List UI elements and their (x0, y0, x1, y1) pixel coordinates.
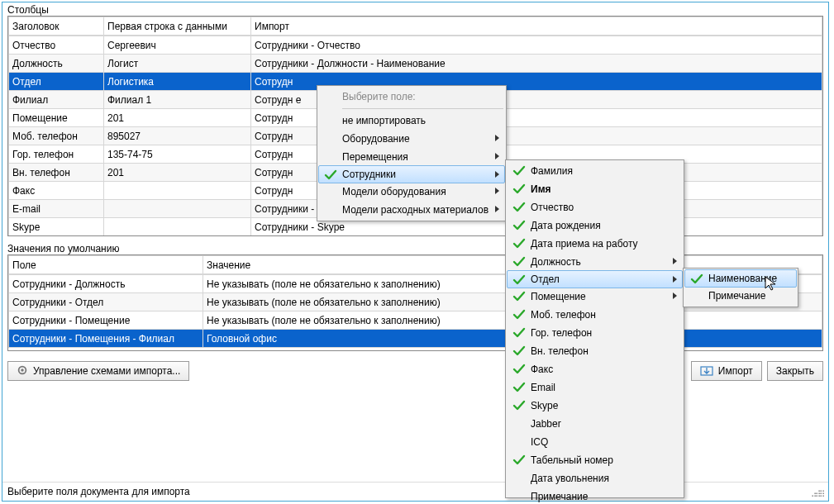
menu-item[interactable]: Имя (508, 180, 682, 198)
footer-buttons: Управление схемами импорта... Импорт Зак… (2, 356, 828, 383)
table-cell[interactable]: Филиал 1 (104, 91, 251, 109)
check-icon (512, 164, 526, 178)
table-cell[interactable]: 895027 (104, 127, 251, 145)
manage-schemes-label: Управление схемами импорта... (33, 365, 180, 377)
svg-point-1 (21, 368, 24, 372)
menu-item-label: Гор. телефон (531, 327, 592, 339)
menu-item-label: Дата увольнения (531, 473, 609, 484)
menu-item-label: Помещение (531, 291, 586, 302)
col-header-title[interactable]: Заголовок (9, 17, 104, 36)
table-cell[interactable]: Факс (9, 182, 104, 200)
table-cell[interactable]: Отчество (9, 36, 104, 55)
menu-item[interactable]: ICQ (508, 433, 682, 451)
menu-item[interactable]: Дата увольнения (508, 469, 682, 487)
menu-item[interactable]: Должность (508, 253, 682, 271)
table-cell[interactable]: Сотрудники - Должности - Наименование (251, 55, 822, 73)
menu-item-label: Модели оборудования (342, 186, 446, 197)
import-button[interactable]: Импорт (691, 361, 762, 381)
table-row[interactable]: Сотрудники - ПомещениеНе указывать (поле… (9, 311, 822, 330)
table-cell[interactable]: Skype (9, 218, 104, 236)
table-cell[interactable]: E-mail (9, 200, 104, 218)
chevron-right-icon (495, 135, 499, 141)
menu-item[interactable]: Гор. телефон (508, 324, 682, 342)
menu-item[interactable]: Модели расходных материалов (319, 201, 504, 219)
table-cell[interactable]: Помещение (9, 109, 104, 127)
menu-item-label: Перемещения (342, 151, 408, 163)
table-cell[interactable] (104, 182, 251, 200)
menu-item[interactable]: Email (508, 378, 682, 397)
menu-item-label: Дата приема на работу (531, 238, 638, 250)
table-cell[interactable]: Сотрудники - Отчество (251, 36, 822, 55)
context-submenu-department[interactable]: НаименованиеПримечание (683, 268, 798, 307)
context-submenu-employees[interactable]: ФамилияИмяОтчествоДата рожденияДата прие… (505, 159, 684, 498)
menu-item[interactable]: Табельный номер (508, 451, 682, 469)
table-cell[interactable]: Логист (104, 55, 251, 73)
col-header-import[interactable]: Импорт (251, 17, 822, 36)
chevron-right-icon (495, 153, 499, 159)
table-row[interactable]: ОтчествоСергеевичСотрудники - Отчество (9, 36, 822, 55)
table-cell[interactable]: Должность (9, 55, 104, 73)
menu-item[interactable]: Отдел (507, 270, 683, 288)
menu-item[interactable]: Модели оборудования (319, 183, 504, 201)
columns-header-row[interactable]: Заголовок Первая строка с данными Импорт (9, 17, 822, 36)
check-icon (690, 273, 703, 286)
menu-item[interactable]: Jabber (508, 415, 682, 433)
check-icon (512, 255, 526, 269)
chevron-right-icon (673, 292, 677, 299)
menu-item-label: Моб. телефон (531, 309, 596, 321)
table-cell[interactable]: Сотрудники - Должность (9, 275, 203, 293)
table-row[interactable]: Сотрудники - Помещения - ФилиалГоловной … (9, 330, 822, 348)
table-cell[interactable]: Гор. телефон (9, 145, 104, 164)
table-cell[interactable]: Филиал (9, 91, 104, 109)
table-row[interactable]: ДолжностьЛогистСотрудники - Должности - … (9, 55, 822, 73)
resize-grip-icon[interactable]: ⣠⣴⣶ (811, 487, 823, 497)
menu-item-label: ICQ (531, 436, 548, 448)
menu-item-label: Сотрудники (342, 169, 396, 180)
menu-item[interactable]: Сотрудники (318, 165, 505, 183)
menu-item[interactable]: Оборудование (319, 130, 504, 148)
table-cell[interactable]: 201 (104, 164, 251, 182)
table-cell[interactable]: Сотрудники - Помещение (9, 311, 203, 330)
status-text: Выберите поля документа для импорта (7, 486, 190, 497)
table-cell[interactable]: Моб. телефон (9, 127, 104, 145)
menu-item-label: Оборудование (342, 133, 410, 145)
check-icon (324, 169, 337, 182)
check-icon (512, 326, 526, 340)
menu-item[interactable]: Факс (508, 360, 682, 378)
table-cell[interactable]: Сергеевич (104, 36, 251, 55)
defaults-section-label: Значения по умолчанию (2, 241, 828, 254)
menu-item[interactable]: не импортировать (319, 112, 504, 130)
chevron-right-icon (673, 276, 677, 283)
check-icon (512, 345, 526, 358)
check-icon (512, 237, 526, 250)
table-cell[interactable]: 135-74-75 (104, 145, 251, 164)
chevron-right-icon (495, 206, 499, 212)
menu-item[interactable]: Примечание (508, 487, 682, 504)
table-cell[interactable] (104, 200, 251, 218)
menu-item[interactable]: Моб. телефон (508, 306, 682, 324)
table-cell[interactable]: Сотрудники - Помещения - Филиал (9, 330, 203, 348)
menu-item[interactable]: Skype (508, 397, 682, 415)
check-icon (512, 201, 526, 214)
menu-item[interactable]: Вн. телефон (508, 342, 682, 360)
col-header-field[interactable]: Поле (9, 256, 203, 274)
columns-header-table: Заголовок Первая строка с данными Импорт (8, 17, 822, 36)
menu-item[interactable]: Перемещения (319, 148, 504, 166)
menu-item[interactable]: Помещение (508, 288, 682, 306)
table-cell[interactable]: 201 (104, 109, 251, 127)
table-cell[interactable] (104, 218, 251, 236)
menu-item[interactable]: Фамилия (508, 162, 682, 180)
table-cell[interactable]: Логистика (104, 73, 251, 91)
menu-item[interactable]: Отчество (508, 198, 682, 216)
close-button[interactable]: Закрыть (767, 361, 823, 381)
menu-item[interactable]: Дата приема на работу (508, 235, 682, 253)
menu-item-label: Дата рождения (531, 220, 601, 231)
table-cell[interactable]: Сотрудники - Отдел (9, 293, 203, 311)
table-cell[interactable]: Отдел (9, 73, 104, 91)
menu-item-label: Вн. телефон (531, 345, 589, 357)
manage-schemes-button[interactable]: Управление схемами импорта... (7, 361, 189, 381)
table-cell[interactable]: Вн. телефон (9, 164, 104, 182)
col-header-firstrow[interactable]: Первая строка с данными (104, 17, 251, 36)
menu-item[interactable]: Дата рождения (508, 216, 682, 235)
context-menu-fieldpicker[interactable]: Выберите поле: не импортироватьОборудова… (317, 85, 507, 221)
